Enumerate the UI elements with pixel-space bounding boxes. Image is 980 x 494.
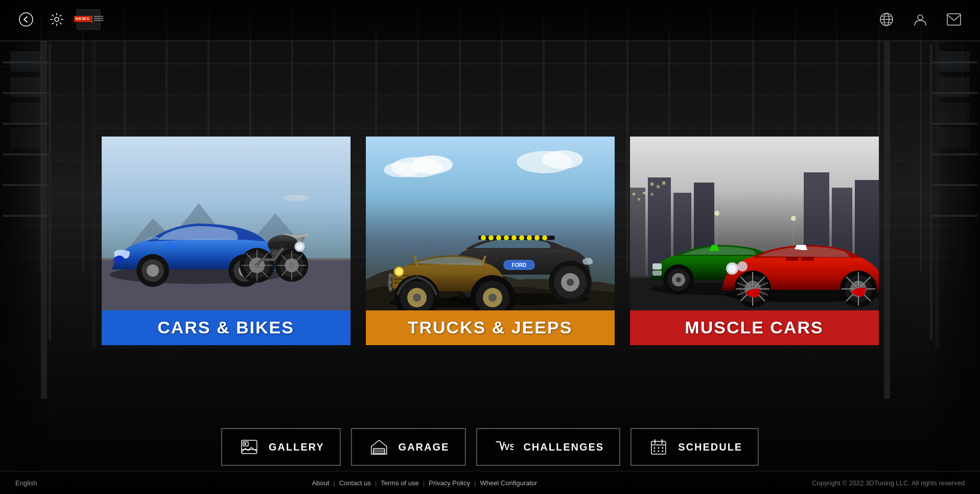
svg-rect-45	[947, 14, 961, 25]
garage-label: GARAGE	[399, 441, 450, 453]
news-button[interactable]: NEWS	[77, 9, 100, 30]
svg-rect-144	[643, 192, 645, 194]
garage-button[interactable]: GARAGE	[351, 428, 466, 466]
card-label-muscle-cars[interactable]: MUSCLE CARS	[630, 310, 879, 345]
img-trucks-jeeps-bg: FORD	[366, 137, 615, 310]
svg-point-95	[542, 150, 583, 169]
svg-rect-174	[801, 257, 814, 261]
footer-link-terms[interactable]: Terms of use	[381, 479, 418, 487]
svg-point-38	[55, 17, 59, 21]
gallery-label: GALLERY	[269, 441, 324, 453]
svg-point-103	[519, 235, 524, 240]
cars-bikes-svg	[102, 137, 351, 310]
svg-point-214	[658, 451, 660, 452]
card-label-text-muscle-cars: MUSCLE CARS	[630, 312, 879, 343]
img-cars-bikes-bg	[102, 137, 351, 310]
svg-rect-173	[786, 257, 799, 261]
svg-text:FORD: FORD	[511, 262, 526, 268]
schedule-icon	[647, 435, 670, 459]
svg-point-106	[542, 235, 547, 240]
svg-point-196	[737, 261, 748, 272]
footer-copyright: Copyright © 2022 3DTuning LLC. All right…	[812, 479, 965, 487]
svg-point-105	[534, 235, 540, 240]
svg-rect-143	[638, 198, 640, 200]
gallery-icon	[238, 435, 261, 459]
card-trucks-jeeps[interactable]: FORD	[366, 137, 615, 345]
user-button[interactable]	[909, 9, 931, 30]
language-button[interactable]	[876, 9, 897, 30]
svg-point-132	[413, 294, 421, 302]
svg-point-210	[654, 447, 656, 449]
settings-button[interactable]	[46, 9, 67, 30]
card-image-muscle-cars	[630, 137, 879, 310]
card-label-cars-bikes[interactable]: CARS & BIKES	[102, 310, 351, 345]
svg-point-114	[567, 279, 574, 286]
card-label-text-cars-bikes: CARS & BIKES	[102, 312, 351, 343]
svg-point-37	[19, 13, 33, 26]
nav-right	[876, 9, 965, 30]
card-muscle-cars[interactable]: MUSCLE CARS	[630, 137, 879, 345]
schedule-button[interactable]: SCHEDULE	[631, 428, 759, 466]
svg-point-102	[511, 235, 517, 240]
top-navigation: NEWS	[0, 0, 980, 38]
card-image-cars-bikes	[102, 137, 351, 310]
footer-link-wheel[interactable]: Wheel Configurator	[480, 479, 537, 487]
muscle-cars-svg	[630, 137, 879, 310]
gallery-button[interactable]: GALLERY	[221, 428, 341, 466]
card-label-trucks-jeeps[interactable]: TRUCKS & JEEPS	[366, 310, 615, 345]
bottom-navigation: GALLERY GARAGE VS CHALLENGES	[221, 428, 759, 466]
svg-point-93	[384, 162, 419, 177]
footer: English About | Contact us | Terms of us…	[0, 471, 980, 494]
challenges-icon: VS	[492, 435, 516, 459]
footer-link-contact[interactable]: Contact us	[339, 479, 371, 487]
schedule-label: SCHEDULE	[678, 441, 742, 453]
svg-rect-141	[630, 188, 645, 280]
news-badge-text: NEWS	[74, 16, 91, 22]
svg-rect-149	[650, 193, 654, 196]
svg-point-200	[244, 443, 246, 445]
svg-rect-142	[633, 193, 635, 195]
svg-rect-170	[652, 263, 662, 270]
news-lines	[91, 16, 103, 23]
svg-text:VS: VS	[504, 443, 513, 452]
svg-point-136	[488, 294, 497, 302]
svg-point-101	[504, 235, 509, 240]
svg-point-215	[662, 451, 664, 452]
svg-rect-148	[662, 182, 665, 185]
svg-point-98	[481, 235, 486, 240]
svg-point-165	[676, 277, 681, 282]
svg-rect-197	[242, 440, 257, 454]
card-cars-bikes[interactable]: CARS & BIKES	[102, 137, 351, 345]
card-image-trucks-jeeps: FORD	[366, 137, 615, 310]
trucks-jeeps-svg: FORD	[366, 137, 615, 310]
challenges-label: CHALLENGES	[523, 441, 604, 453]
svg-point-86	[296, 243, 303, 250]
svg-point-104	[527, 235, 532, 240]
svg-point-213	[654, 451, 656, 452]
img-muscle-cars-bg	[630, 137, 879, 310]
card-label-text-trucks-jeeps: TRUCKS & JEEPS	[366, 312, 615, 343]
svg-rect-146	[650, 183, 654, 186]
svg-point-58	[147, 264, 159, 277]
main-content: CARS & BIKES	[0, 38, 980, 443]
svg-point-195	[728, 264, 736, 273]
svg-point-158	[791, 216, 796, 221]
category-cards: CARS & BIKES	[102, 137, 879, 345]
svg-point-99	[488, 235, 494, 240]
footer-links: About | Contact us | Terms of use | Priv…	[312, 479, 537, 487]
footer-link-about[interactable]: About	[312, 479, 329, 487]
svg-point-156	[714, 211, 719, 216]
svg-point-212	[662, 447, 664, 449]
mail-button[interactable]	[943, 9, 965, 30]
svg-point-44	[918, 15, 923, 20]
svg-point-100	[496, 235, 501, 240]
challenges-button[interactable]: VS CHALLENGES	[476, 428, 620, 466]
footer-language: English	[15, 479, 37, 487]
svg-point-128	[395, 268, 403, 275]
footer-link-privacy[interactable]: Privacy Policy	[429, 479, 470, 487]
svg-rect-171	[652, 271, 662, 276]
nav-left: NEWS	[15, 9, 100, 30]
svg-point-211	[658, 447, 660, 449]
garage-icon	[367, 435, 391, 459]
back-button[interactable]	[15, 9, 37, 30]
